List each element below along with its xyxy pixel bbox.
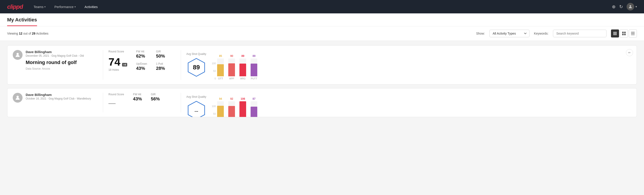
viewing-text: Viewing 12 out of 29 Activities [7, 32, 472, 35]
activity-type-select[interactable]: All Activity Types Round Practice [489, 30, 530, 37]
divider-3 [103, 93, 103, 112]
view-grid-button[interactable] [620, 30, 628, 38]
user-menu[interactable]: ▾ [626, 3, 637, 10]
nav-item-performance[interactable]: Performance ▾ [51, 3, 79, 10]
bar-track-ott [217, 58, 224, 76]
y-axis: 100 50 0 [212, 62, 216, 80]
refresh-icon[interactable]: ↻ [619, 4, 623, 9]
bar-chart-2: 94 OTT 92 APP [217, 97, 257, 117]
bar-chart: 85 OTT 90 APP [217, 54, 257, 80]
score-row: 74 +4 [108, 57, 127, 68]
svg-rect-5 [622, 32, 624, 33]
user-name-2: Dave Billingham [26, 93, 91, 96]
y-axis-2: 100 50 0 [212, 105, 216, 117]
bar-track-putt [250, 58, 257, 76]
bar-col-arg: 89 ARG [240, 54, 246, 80]
search-input[interactable] [553, 30, 606, 37]
score-value: 74 [108, 57, 120, 68]
divider-4 [181, 93, 181, 112]
nav-links: Teams ▾ Performance ▾ Activities [30, 3, 605, 10]
bar-col-app: 90 APP [228, 54, 235, 80]
gir-item-2: GIR 56% [151, 93, 160, 102]
gir-value: 50% [156, 54, 165, 59]
avg-shot-quality-label-2: Avg Shot Quality [186, 95, 206, 98]
round-score-group: Round Score 74 +4 18 Holes [108, 50, 127, 72]
score-value-2: — [108, 100, 116, 107]
svg-rect-6 [624, 32, 626, 33]
bar-chart-section: 100 50 0 85 OTT [212, 54, 257, 80]
nav-performance-label: Performance [54, 5, 74, 9]
fw-hit-item-2: FW Hit 43% [133, 93, 142, 102]
nav-activities-label: Activities [84, 5, 98, 9]
performance-chevron-icon: ▾ [74, 6, 76, 8]
one-putt-value: 28% [156, 66, 165, 71]
fw-hit-label-2: FW Hit [133, 93, 142, 96]
card-quality-2: Avg Shot Quality ... 100 50 0 [186, 93, 631, 117]
bar-fill-arg [240, 64, 246, 76]
fw-gir-group: FW Hit 62% Up/Down 43% [136, 50, 147, 72]
gir-label-2: GIR [151, 93, 160, 96]
hexagon-2: ... [186, 100, 206, 117]
viewing-total: 29 [32, 32, 36, 35]
content: Dave Billingham December 05, 2021 · Gog … [0, 41, 644, 125]
svg-rect-4 [613, 34, 617, 35]
one-putt-label: 1 Putt [156, 62, 165, 65]
score-badge: +4 [122, 63, 127, 66]
add-icon[interactable]: ⊕ [612, 4, 616, 9]
fw-hit-label: FW Hit [136, 50, 147, 53]
svg-rect-10 [631, 33, 635, 34]
bar-chart-section-2: 100 50 0 94 OTT 92 [212, 97, 257, 117]
show-label: Show: [476, 32, 485, 35]
bar-col-app-2: 92 APP [228, 97, 235, 117]
bar-track-app [228, 58, 235, 76]
view-list-dense-button[interactable] [611, 30, 619, 38]
card-quality: Avg Shot Quality 89 100 50 0 [186, 50, 631, 80]
teams-chevron-icon: ▾ [44, 6, 46, 8]
bar-col-ott-2: 94 OTT [217, 97, 224, 117]
card-left-2: Dave Billingham October 16, 2021 · Gog M… [13, 93, 98, 103]
fw-hit-item: FW Hit 62% [136, 50, 147, 59]
round-score-label-2: Round Score [108, 93, 124, 96]
hexagon-score: 89 [193, 64, 200, 71]
edit-button[interactable]: ✏ [626, 49, 633, 56]
svg-point-12 [16, 53, 19, 55]
user-info-2: Dave Billingham October 16, 2021 · Gog M… [26, 93, 91, 100]
activity-card: Dave Billingham December 05, 2021 · Gog … [7, 45, 637, 84]
nav-item-teams[interactable]: Teams ▾ [30, 3, 49, 10]
svg-rect-8 [624, 34, 626, 35]
nav-item-activities[interactable]: Activities [81, 3, 101, 10]
fw-hit-value: 62% [136, 54, 147, 59]
user-date-2: October 16, 2021 · Gog Magog Golf Club -… [26, 97, 91, 100]
hexagon-container: 89 [186, 57, 206, 78]
avatar [626, 3, 634, 10]
svg-rect-3 [613, 34, 617, 34]
page-header: My Activities [0, 14, 644, 26]
view-list-button[interactable] [629, 30, 637, 38]
bar-col-ott: 85 OTT [217, 54, 224, 80]
bar-fill-app [228, 63, 235, 76]
logo[interactable]: clippd [7, 3, 23, 10]
updown-value: 43% [136, 66, 147, 71]
hexagon: 89 [186, 57, 206, 78]
gir-putt-group: GIR 50% 1 Putt 28% [156, 50, 165, 72]
fw-hit-value-2: 43% [133, 96, 142, 102]
bar-col-putt: 89 PUTT [250, 54, 257, 80]
svg-rect-7 [622, 34, 624, 35]
svg-rect-11 [631, 34, 635, 35]
nav-teams-label: Teams [34, 5, 44, 9]
svg-point-14 [16, 96, 19, 98]
nav-right: ⊕ ↻ ▾ [612, 3, 637, 10]
bar-track-arg [240, 58, 246, 76]
user-info: Dave Billingham December 05, 2021 · Gog … [26, 50, 84, 70]
avatar [13, 50, 22, 60]
svg-point-0 [630, 5, 631, 7]
gir-value-2: 56% [151, 96, 160, 102]
hexagon-score-2: ... [194, 108, 198, 113]
view-toggles [611, 30, 637, 38]
card-stats-2: Round Score — FW Hit 43% GIR 56% [108, 93, 176, 107]
holes-label: 18 Holes [108, 68, 127, 72]
score-row-2: — [108, 100, 124, 107]
fw-gir-group-2: FW Hit 43% [133, 93, 142, 107]
page-title: My Activities [7, 17, 37, 26]
user-name: Dave Billingham [26, 50, 84, 54]
